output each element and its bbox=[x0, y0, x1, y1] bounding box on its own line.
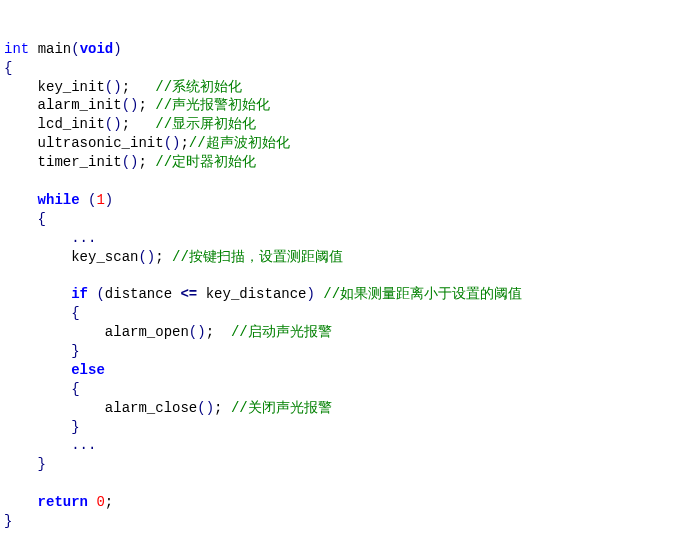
comment-alarm-init: //声光报警初始化 bbox=[155, 97, 270, 113]
literal-1: 1 bbox=[96, 192, 104, 208]
id-distance: distance bbox=[105, 286, 172, 302]
comment-sys-init: //系统初始化 bbox=[155, 79, 242, 95]
lparen: ( bbox=[71, 41, 79, 57]
comment-alarm-open: //启动声光报警 bbox=[231, 324, 332, 340]
ellipsis: ... bbox=[71, 437, 96, 453]
call-alarm-open: alarm_open bbox=[105, 324, 189, 340]
type-void: void bbox=[80, 41, 114, 57]
call-alarm-close: alarm_close bbox=[105, 400, 197, 416]
lbrace: { bbox=[4, 60, 12, 76]
literal-0: 0 bbox=[96, 494, 104, 510]
ellipsis: ... bbox=[71, 230, 96, 246]
comment-ultrasonic-init: //超声波初始化 bbox=[189, 135, 290, 151]
call-lcd-init: lcd_init bbox=[38, 116, 105, 132]
comment-key-scan: //按键扫描，设置测距阈值 bbox=[172, 249, 343, 265]
comment-lcd-init: //显示屏初始化 bbox=[155, 116, 256, 132]
kw-while: while bbox=[38, 192, 80, 208]
fn-main: main bbox=[38, 41, 72, 57]
call-key-scan: key_scan bbox=[71, 249, 138, 265]
kw-if: if bbox=[71, 286, 88, 302]
comment-alarm-close: //关闭声光报警 bbox=[231, 400, 332, 416]
op-le: <= bbox=[180, 286, 197, 302]
comment-timer-init: //定时器初始化 bbox=[155, 154, 256, 170]
code-block: int main(void) { key_init(); //系统初始化 ala… bbox=[4, 41, 522, 529]
type-int: int bbox=[4, 41, 29, 57]
rparen: ) bbox=[113, 41, 121, 57]
rbrace: } bbox=[4, 513, 12, 529]
call-timer-init: timer_init bbox=[38, 154, 122, 170]
comment-if: //如果测量距离小于设置的阈值 bbox=[323, 286, 522, 302]
call-alarm-init: alarm_init bbox=[38, 97, 122, 113]
call-key-init: key_init bbox=[38, 79, 105, 95]
kw-return: return bbox=[38, 494, 88, 510]
id-key-distance: key_distance bbox=[206, 286, 307, 302]
call-ultrasonic-init: ultrasonic_init bbox=[38, 135, 164, 151]
kw-else: else bbox=[71, 362, 105, 378]
